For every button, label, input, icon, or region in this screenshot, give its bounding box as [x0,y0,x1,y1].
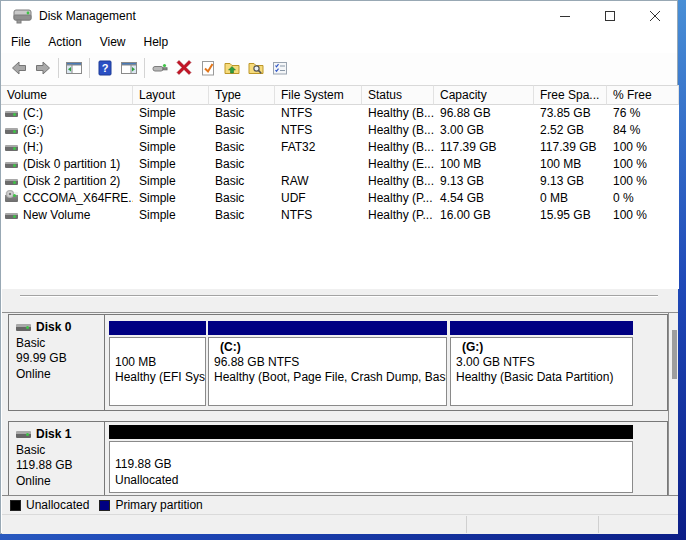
legend-swatch-primary [99,500,110,511]
cell-fs: FAT32 [275,139,362,156]
partition-label [115,340,205,355]
back-button[interactable] [7,56,31,80]
minimize-icon [560,11,570,21]
table-row[interactable]: (Disk 0 partition 1)SimpleBasicHealthy (… [1,156,679,173]
folder-search-icon [247,59,265,77]
cell-pct: 76 % [607,105,679,122]
column-header-capacity[interactable]: Capacity [434,85,534,105]
cell-volume: (Disk 2 partition 2) [1,173,133,190]
disk-icon [5,179,18,185]
check-document-button[interactable] [196,56,220,80]
delete-x-icon [175,59,193,77]
column-header-file-system[interactable]: File System [275,85,362,105]
app-icon [13,9,33,24]
minimize-button[interactable] [542,1,587,31]
disk-name: Disk 0 [36,320,71,336]
partition-g[interactable]: (G:) 3.00 GB NTFS Healthy (Basic Data Pa… [450,315,633,410]
help-button[interactable]: ? [93,56,117,80]
partition-size: 96.88 GB NTFS [214,355,446,370]
partition-efi[interactable]: 100 MB Healthy (EFI Sys [109,315,206,410]
menu-help[interactable]: Help [135,32,178,53]
cell-layout: Simple [133,139,209,156]
cell-layout: Simple [133,207,209,224]
volume-name: (H:) [23,139,43,156]
column-header-pct-free[interactable]: % Free [607,85,679,105]
toolbar-separator [89,58,90,78]
table-row[interactable]: (C:)SimpleBasicNTFSHealthy (B...96.88 GB… [1,105,679,122]
cell-fs: NTFS [275,105,362,122]
partition-c[interactable]: (C:) 96.88 GB NTFS Healthy (Boot, Page F… [208,315,447,410]
menu-view[interactable]: View [91,32,135,53]
cell-type: Basic [209,190,275,207]
disk-icon [16,324,31,331]
cell-free: 9.13 GB [534,173,607,190]
table-row[interactable]: (G:)SimpleBasicNTFSHealthy (B...3.00 GB2… [1,122,679,139]
maximize-button[interactable] [587,1,632,31]
table-row[interactable]: New VolumeSimpleBasicNTFSHealthy (P...16… [1,207,679,224]
cell-type: Basic [209,105,275,122]
forward-button[interactable] [31,56,55,80]
cell-layout: Simple [133,156,209,173]
disk-0-header[interactable]: Disk 0 Basic 99.99 GB Online [9,315,105,410]
cell-free: 73.85 GB [534,105,607,122]
cell-capacity: 3.00 GB [434,122,534,139]
volume-name: (C:) [23,105,43,122]
delete-button[interactable] [172,56,196,80]
disk-icon [16,431,31,438]
action-pane-icon [120,59,138,77]
cell-pct: 0 % [607,190,679,207]
cell-fs: NTFS [275,122,362,139]
menu-bar: File Action View Help [1,32,677,53]
vertical-scrollbar-thumb[interactable] [672,330,677,379]
cell-volume: New Volume [1,207,133,224]
disk-icon [5,111,18,117]
cell-free: 0 MB [534,190,607,207]
table-row[interactable]: (H:)SimpleBasicFAT32Healthy (B...117.39 … [1,139,679,156]
menu-file[interactable]: File [2,32,39,53]
cell-fs: UDF [275,190,362,207]
status-bar [2,514,678,534]
menu-action[interactable]: Action [39,32,90,53]
close-button[interactable] [632,1,677,31]
partition-color-bar [109,321,206,335]
disk-size: 119.88 GB [16,458,104,474]
partition-label: (G:) [456,340,632,355]
pane-splitter[interactable] [2,289,678,312]
disk-icon [5,213,18,219]
cell-free: 15.95 GB [534,207,607,224]
disk-0-partitions: 100 MB Healthy (EFI Sys (C:) 96.88 GB NT… [106,315,667,410]
table-row[interactable]: (Disk 2 partition 2)SimpleBasicRAWHealth… [1,173,679,190]
disk-1-row: Disk 1 Basic 119.88 GB Online 119.88 GB … [8,421,668,496]
cell-status: Healthy (B... [362,173,434,190]
check-document-icon [199,59,217,77]
legend-label-unallocated: Unallocated [26,498,89,512]
disk-1-header[interactable]: Disk 1 Basic 119.88 GB Online [9,422,105,495]
partition-unallocated[interactable]: 119.88 GB Unallocated [109,422,633,495]
show-console-tree-button[interactable] [62,56,86,80]
title-bar[interactable]: Disk Management [1,1,677,32]
cell-status: Healthy (B... [362,139,434,156]
folder-search-button[interactable] [244,56,268,80]
column-header-volume[interactable]: Volume [1,85,133,105]
column-header-type[interactable]: Type [209,85,275,105]
tool-button[interactable] [148,56,172,80]
disk-management-window: Disk Management File Action View Help [0,0,678,534]
column-header-layout[interactable]: Layout [133,85,209,105]
column-header-free-space[interactable]: Free Spa... [534,85,607,105]
disk-0-row: Disk 0 Basic 99.99 GB Online 100 MB Heal… [8,314,668,411]
checklist-button[interactable] [268,56,292,80]
legend-label-primary: Primary partition [115,498,202,512]
cell-volume: (Disk 0 partition 1) [1,156,133,173]
cell-pct: 100 % [607,156,679,173]
column-header-status[interactable]: Status [362,85,434,105]
cell-pct: 100 % [607,173,679,190]
volume-table-header: Volume Layout Type File System Status Ca… [1,85,679,105]
cell-volume: (C:) [1,105,133,122]
table-row[interactable]: CCCOMA_X64FRE...SimpleBasicUDFHealthy (P… [1,190,679,207]
cell-status: Healthy (P... [362,190,434,207]
disk-type: Basic [16,336,104,352]
show-action-pane-button[interactable] [117,56,141,80]
folder-up-button[interactable] [220,56,244,80]
cell-layout: Simple [133,122,209,139]
disk-type: Basic [16,443,104,459]
